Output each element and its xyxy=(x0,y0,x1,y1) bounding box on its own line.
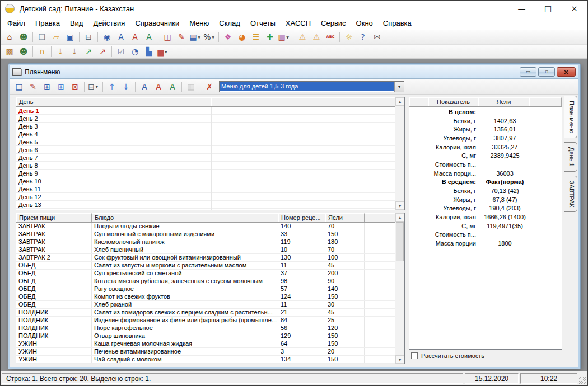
meal-row[interactable]: ЗАВТРАК Хлеб пшеничный 10 70 xyxy=(16,246,395,254)
column-header-day[interactable]: День xyxy=(16,97,211,106)
combo-dropdown-icon[interactable] xyxy=(394,82,404,92)
meal-row[interactable]: ЗАВТРАК Суп молочный с макаронными издел… xyxy=(16,230,395,238)
child-minimize-button[interactable]: ▭ xyxy=(520,67,536,77)
day-list-scrollbar[interactable] xyxy=(395,97,404,210)
new-menu-icon[interactable]: ▤ xyxy=(12,81,26,93)
meal-row[interactable]: УЖИН Каша гречневая молочная жидкая 64 1… xyxy=(16,340,395,348)
warning-icon[interactable]: ⚠ xyxy=(296,31,309,43)
chart-3d-icon[interactable]: ▙ xyxy=(142,45,156,58)
receipt-coin-icon[interactable]: ↓ xyxy=(54,45,67,58)
scroll-track[interactable] xyxy=(395,262,404,355)
column-header-yasli[interactable]: Ясли xyxy=(478,97,529,106)
mail-icon[interactable]: ✉ xyxy=(370,31,384,43)
day-row[interactable]: День 2 xyxy=(16,115,395,123)
users-icon[interactable]: ☻ xyxy=(17,45,30,58)
help-icon[interactable]: ? xyxy=(356,31,370,43)
menu-item[interactable]: Вид xyxy=(65,17,88,29)
column-header-indicator[interactable]: Показатель xyxy=(428,97,478,106)
meal-row[interactable]: ПОЛДНИК Отвар шиповника 129 150 xyxy=(16,332,395,340)
donut-chart-icon[interactable]: ◔ xyxy=(128,45,142,58)
column-header-meal[interactable]: Прием пищи xyxy=(16,213,92,222)
menu-item[interactable]: Действия xyxy=(88,17,130,29)
meal-row[interactable]: ОБЕД Салат из капусты и моркови с растит… xyxy=(16,262,395,270)
table-icon[interactable]: ▦ xyxy=(189,31,202,43)
print-icon[interactable]: ⊟ xyxy=(82,31,95,43)
meal-row[interactable]: УЖИН Печенье витаминизированное 3 20 xyxy=(16,348,395,356)
lock-icon[interactable]: ∩ xyxy=(35,45,49,58)
package-icon[interactable]: ▩ xyxy=(3,45,16,58)
day-row[interactable]: День 5 xyxy=(16,138,395,146)
meal-table-scrollbar[interactable] xyxy=(395,213,404,364)
menu-item[interactable]: Правка xyxy=(30,17,65,29)
menu-select[interactable]: Меню для детей 1,5-3 года xyxy=(219,81,404,92)
child-close-button[interactable]: × xyxy=(557,67,576,77)
meal-row[interactable]: УЖИН Чай сладкий с молоком 134 150 xyxy=(16,356,395,364)
day-row[interactable]: День 9 xyxy=(16,170,395,177)
menu-item[interactable]: ХАССП xyxy=(281,17,316,29)
open-folder-icon[interactable]: ▱ xyxy=(49,31,63,43)
add-row-icon[interactable]: ⊞ xyxy=(40,81,54,93)
day-row[interactable]: День 1 xyxy=(16,107,395,115)
scroll-up-icon[interactable] xyxy=(395,97,404,106)
new-document-icon[interactable]: ❏ xyxy=(35,31,49,43)
menu-item[interactable]: Отчеты xyxy=(245,17,281,29)
delete-text-icon[interactable]: A xyxy=(152,81,165,93)
day-row[interactable]: День 11 xyxy=(16,185,395,193)
books-icon[interactable]: ▥ xyxy=(277,31,291,43)
scroll-track[interactable] xyxy=(395,106,404,201)
menu-item[interactable]: Склад xyxy=(214,17,245,29)
add-icon[interactable]: ✚ xyxy=(263,31,277,43)
child-restore-button[interactable]: ▫ xyxy=(538,67,555,77)
hierarchy-icon[interactable]: ❖ xyxy=(221,31,235,43)
day-row[interactable]: День 3 xyxy=(16,123,395,130)
issue-icon[interactable]: ↗ xyxy=(82,45,95,58)
maximize-button[interactable]: □ xyxy=(535,1,561,16)
column-header-portion[interactable]: Ясли xyxy=(325,213,365,222)
calc-cost-checkbox[interactable] xyxy=(411,352,418,359)
paste-text-icon[interactable]: A xyxy=(138,81,151,93)
scroll-up-icon[interactable] xyxy=(395,213,404,222)
replace-text-icon[interactable]: A xyxy=(142,31,156,43)
move-down-icon[interactable]: ↓ xyxy=(119,81,133,93)
day-row[interactable]: День 6 xyxy=(16,146,395,154)
day-row[interactable]: День 12 xyxy=(16,193,395,201)
menu-item[interactable]: Файл xyxy=(2,17,30,29)
pie-chart-icon[interactable]: ◕ xyxy=(235,31,249,43)
resize-grip[interactable] xyxy=(579,377,586,384)
meal-row[interactable]: ОБЕД Хлеб ржаной 11 30 xyxy=(16,301,395,309)
day-row[interactable]: День 4 xyxy=(16,130,395,138)
lamp-icon[interactable]: ☼ xyxy=(342,31,356,43)
save-icon[interactable]: ▣ xyxy=(63,31,77,43)
edit-icon[interactable]: ✎ xyxy=(175,31,188,43)
tab-day-1[interactable]: День 1 xyxy=(564,142,577,172)
writeoff-icon[interactable]: ↗ xyxy=(96,45,109,58)
tab-plan-menu[interactable]: План-меню xyxy=(564,96,577,138)
minimize-button[interactable]: — xyxy=(508,1,535,16)
menu-item[interactable]: Меню xyxy=(184,17,214,29)
meal-row[interactable]: ЗАВТРАК Плоды и ягоды свежие 140 70 xyxy=(16,223,395,230)
meal-row[interactable]: ПОЛДНИК Изделие формованное из филе или … xyxy=(16,317,395,324)
print-icon[interactable]: ⊟ xyxy=(87,81,100,93)
add-rows-icon[interactable]: ⊞ xyxy=(54,81,68,93)
scroll-down-icon[interactable] xyxy=(395,355,404,364)
bar-chart-icon[interactable]: ▅ xyxy=(156,45,170,58)
day-row[interactable]: День 13 xyxy=(16,201,395,209)
day-row[interactable]: День 10 xyxy=(16,177,395,185)
delete-rows-icon[interactable]: ⊠ xyxy=(68,81,82,93)
coins-icon[interactable]: ☰ xyxy=(249,31,263,43)
recalc-icon[interactable]: ▦ xyxy=(184,81,198,93)
scroll-thumb[interactable] xyxy=(396,222,404,261)
menu-item[interactable]: Справочники xyxy=(130,17,184,29)
column-header-dish[interactable]: Блюдо xyxy=(92,213,278,222)
scroll-down-icon[interactable] xyxy=(395,201,404,210)
replace-text-icon[interactable]: A xyxy=(166,81,179,93)
meal-row[interactable]: ЗАВТРАК 2 Сок фруктовый или овощной вита… xyxy=(16,254,395,262)
day-row[interactable]: День 8 xyxy=(16,162,395,170)
meal-row[interactable]: ОБЕД Котлета мясная рубленая, запеченная… xyxy=(16,277,395,285)
meal-row[interactable]: ПОЛДНИК Пюре картофельное 56 120 xyxy=(16,324,395,332)
delete-text-icon[interactable]: A xyxy=(128,31,142,43)
meal-row[interactable]: ПОЛДНИК Салат из помидоров свежих с перц… xyxy=(16,309,395,317)
user-icon[interactable]: ☻ xyxy=(17,31,30,43)
move-up-icon[interactable]: ↑ xyxy=(105,81,119,93)
tab-zavtrak[interactable]: ЗАВТРАК xyxy=(564,176,577,213)
